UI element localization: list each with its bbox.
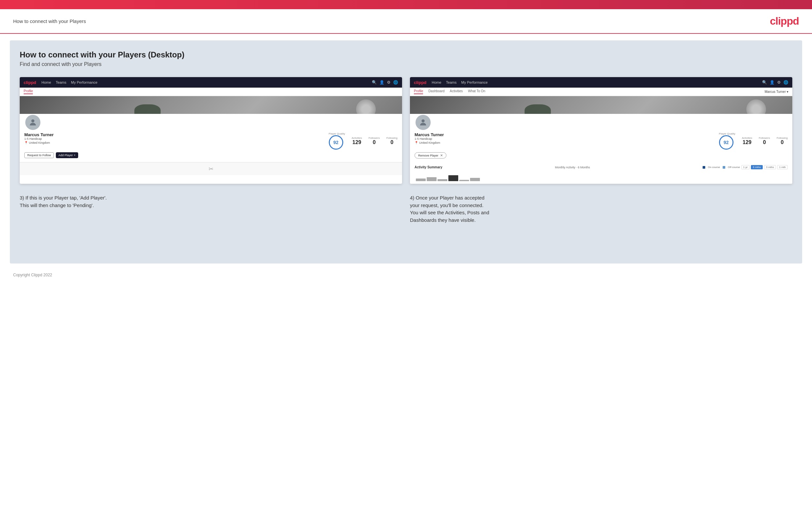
page-subheading: Find and connect with your Players <box>20 61 792 67</box>
nav-teams-2[interactable]: Teams <box>446 80 457 84</box>
period-3mths-btn[interactable]: 3 mths <box>764 165 776 169</box>
settings-icon-2[interactable]: ⚙ <box>777 80 781 84</box>
activities-value-1: 129 <box>351 139 362 146</box>
followers-value-2: 0 <box>759 139 770 146</box>
svg-point-0 <box>31 119 34 122</box>
profile-section-1: Marcus Turner 1-5 Handicap 📍 United King… <box>20 114 402 162</box>
app-tabs-2: Profile Dashboard Activities What To On … <box>410 88 792 96</box>
tab-profile-2[interactable]: Profile <box>414 89 423 94</box>
tab-profile-1[interactable]: Profile <box>23 89 33 94</box>
app-logo-1: clippd <box>23 80 36 85</box>
remove-player-button[interactable]: Remove Player ✕ <box>414 152 446 159</box>
followers-label-2: Followers <box>759 136 770 139</box>
nav-home-2[interactable]: Home <box>432 80 441 84</box>
user-icon-2[interactable]: 👤 <box>770 80 774 84</box>
screenshot-2: clippd Home Teams My Performance 🔍 👤 ⚙ 🌐… <box>410 77 792 184</box>
search-icon-1[interactable]: 🔍 <box>372 80 377 84</box>
profile-location-1: 📍 United Kingdom <box>24 141 329 145</box>
following-stat-1: Following 0 <box>386 136 398 146</box>
following-value-2: 0 <box>776 139 788 146</box>
main-content: How to connect with your Players (Deskto… <box>10 40 802 264</box>
globe-icon-1[interactable]: 🌐 <box>393 80 398 84</box>
caption-1-text: 3) If this is your Player tap, 'Add Play… <box>20 195 107 208</box>
captions-row: 3) If this is your Player tap, 'Add Play… <box>20 192 792 226</box>
header: How to connect with your Players clippd <box>0 9 812 34</box>
activity-period: Monthly Activity · 6 Months <box>555 166 590 169</box>
period-6mths-btn[interactable]: 6 mths <box>751 165 763 169</box>
profile-handicap-1: 1-5 Handicap <box>24 137 329 140</box>
top-bar <box>0 0 812 9</box>
request-follow-button[interactable]: Request to Follow <box>24 152 54 158</box>
followers-stat-2: Followers 0 <box>759 136 770 146</box>
quality-circle-1: 92 <box>329 135 343 150</box>
app-logo-2: clippd <box>414 80 426 85</box>
following-stat-2: Following 0 <box>776 136 788 146</box>
activities-stat-1: Activities 129 <box>351 136 362 146</box>
activity-title: Activity Summary <box>414 165 442 169</box>
screenshot-1: clippd Home Teams My Performance 🔍 👤 ⚙ 🌐… <box>20 77 402 184</box>
profile-info-row-2: Marcus Turner 1-5 Handicap 📍 United King… <box>414 132 788 150</box>
nav-icons-2: 🔍 👤 ⚙ 🌐 <box>762 80 789 84</box>
chart-area <box>414 171 788 181</box>
activity-legend: On course Off course <box>703 166 740 169</box>
profile-buttons-1: Request to Follow Add Player + <box>24 152 398 158</box>
chart-bar-5 <box>459 180 469 181</box>
quality-label-2: Player Quality <box>719 132 735 135</box>
nav-icons-1: 🔍 👤 ⚙ 🌐 <box>372 80 398 84</box>
nav-teams-1[interactable]: Teams <box>56 80 66 84</box>
tabs-right-name[interactable]: Marcus Turner ▾ <box>765 90 789 94</box>
following-label-1: Following <box>386 136 398 139</box>
remove-player-label: Remove Player <box>418 154 439 157</box>
chart-bar-1 <box>416 178 426 181</box>
location-text-2: United Kingdom <box>419 141 440 145</box>
off-course-dot <box>723 166 725 169</box>
activities-stat-2: Activities 129 <box>742 136 752 146</box>
profile-details-2: Marcus Turner 1-5 Handicap 📍 United King… <box>414 132 719 145</box>
chart-bar-6 <box>470 178 480 181</box>
profile-name-1: Marcus Turner <box>24 132 329 137</box>
activity-controls: On course Off course 1 yr 6 mths 3 mths … <box>703 165 788 169</box>
scissors-icon: ✂ <box>209 165 213 173</box>
add-player-button[interactable]: Add Player + <box>56 152 78 158</box>
nav-performance-2[interactable]: My Performance <box>461 80 488 84</box>
profile-location-2: 📍 United Kingdom <box>414 141 719 145</box>
tab-activities-2[interactable]: Activities <box>450 89 462 94</box>
chart-bar-2 <box>427 177 437 181</box>
tab-what-to-on-2[interactable]: What To On <box>468 89 486 94</box>
screenshots-row: clippd Home Teams My Performance 🔍 👤 ⚙ 🌐… <box>20 77 792 184</box>
profile-info-row-1: Marcus Turner 1-5 Handicap 📍 United King… <box>24 132 398 150</box>
period-1mth-btn[interactable]: 1 mth <box>777 165 788 169</box>
followers-label-1: Followers <box>368 136 380 139</box>
location-icon-2: 📍 <box>414 141 418 145</box>
profile-section-2: Marcus Turner 1-5 Handicap 📍 United King… <box>410 114 792 162</box>
search-icon-2[interactable]: 🔍 <box>762 80 767 84</box>
activity-header: Activity Summary Monthly Activity · 6 Mo… <box>414 165 788 169</box>
off-course-label: Off course <box>728 166 740 169</box>
svg-point-1 <box>421 119 424 122</box>
activities-value-2: 129 <box>742 139 752 146</box>
settings-icon-1[interactable]: ⚙ <box>387 80 391 84</box>
chart-bar-4 <box>448 175 458 181</box>
following-value-1: 0 <box>386 139 398 146</box>
app-navbar-1: clippd Home Teams My Performance 🔍 👤 ⚙ 🌐 <box>20 77 402 88</box>
nav-performance-1[interactable]: My Performance <box>71 80 98 84</box>
user-icon-1[interactable]: 👤 <box>379 80 384 84</box>
on-course-dot <box>703 166 705 169</box>
profile-stats-1: Player Quality 92 Activities 129 Followe… <box>329 132 398 150</box>
activities-label-1: Activities <box>351 136 362 139</box>
profile-handicap-2: 1-5 Handicap <box>414 137 719 140</box>
globe-icon-2[interactable]: 🌐 <box>783 80 789 84</box>
following-label-2: Following <box>776 136 788 139</box>
profile-name-2: Marcus Turner <box>414 132 719 137</box>
quality-stat-2: Player Quality 92 <box>719 132 735 150</box>
app-tabs-1: Profile <box>20 88 402 96</box>
nav-home-1[interactable]: Home <box>41 80 51 84</box>
page-heading: How to connect with your Players (Deskto… <box>20 50 792 59</box>
avatar-1 <box>24 114 41 131</box>
activity-summary: Activity Summary Monthly Activity · 6 Mo… <box>410 162 792 184</box>
period-1yr-btn[interactable]: 1 yr <box>742 165 750 169</box>
screenshot-bottom-1: ✂ <box>20 162 402 175</box>
caption-1: 3) If this is your Player tap, 'Add Play… <box>20 192 402 226</box>
tab-dashboard-2[interactable]: Dashboard <box>428 89 445 94</box>
nav-links-2: Home Teams My Performance <box>432 80 488 84</box>
